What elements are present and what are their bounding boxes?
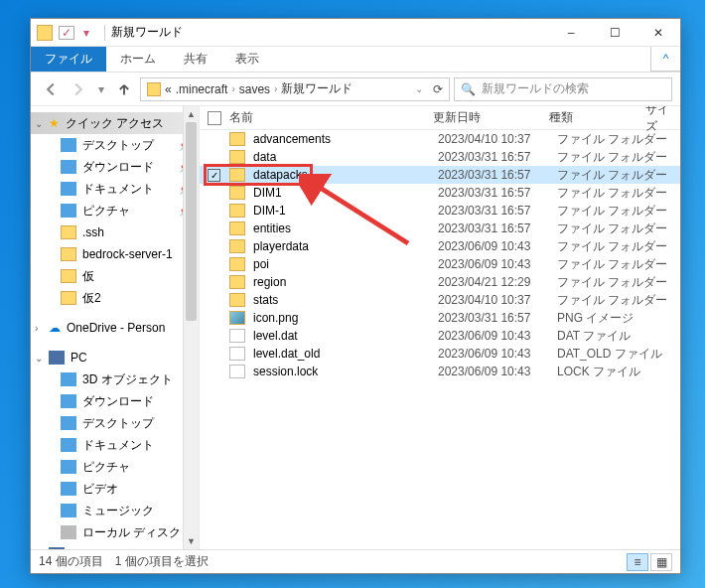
breadcrumb[interactable]: saves (239, 82, 270, 96)
sidebar-item[interactable]: ドキュメント (31, 434, 199, 456)
titlebar[interactable]: ✓ ▾ 新規ワールド – ☐ ✕ (31, 19, 680, 47)
chevron-right-icon[interactable]: › (274, 83, 277, 94)
sidebar-item-label: 3D オブジェクト (82, 371, 173, 388)
sidebar-item[interactable]: ピクチャ📌 (31, 200, 199, 221)
sidebar-item-label: ダウンロード (82, 393, 154, 410)
file-type: DAT ファイル (557, 328, 676, 345)
sidebar-item[interactable]: ⌄★クイック アクセス (31, 112, 199, 134)
file-date: 2023/03/31 16:57 (438, 311, 557, 325)
sidebar-item[interactable]: ダウンロード📌 (31, 156, 199, 178)
sidebar-item-label: bedrock-server-1 (82, 247, 173, 261)
sidebar-item[interactable]: ›ネットワーク (31, 543, 199, 549)
file-row[interactable]: stats2023/04/10 10:37ファイル フォルダー (200, 291, 680, 309)
column-date[interactable]: 更新日時 (433, 109, 549, 126)
sidebar-item[interactable]: 3D オブジェクト (31, 368, 199, 390)
tab-share[interactable]: 共有 (170, 47, 221, 72)
file-row[interactable]: data2023/03/31 16:57ファイル フォルダー (200, 148, 680, 166)
file-pane: 名前 更新日時 種類 サイズ advancements2023/04/10 10… (200, 106, 680, 549)
sidebar-item[interactable]: ミュージック (31, 500, 199, 521)
sidebar-item-label: ダウンロード (82, 159, 154, 176)
sidebar-item-label: ミュージック (82, 503, 154, 519)
sidebar-item[interactable]: ›☁OneDrive - Person (31, 317, 199, 339)
breadcrumb[interactable]: « (165, 82, 172, 96)
file-row[interactable]: session.lock2023/06/09 10:43LOCK ファイル (200, 363, 680, 380)
file-row[interactable]: level.dat_old2023/06/09 10:43DAT_OLD ファイ… (200, 345, 680, 363)
file-row[interactable]: DIM12023/03/31 16:57ファイル フォルダー (200, 184, 680, 202)
file-row[interactable]: region2023/04/21 12:29ファイル フォルダー (200, 273, 680, 291)
sidebar-item[interactable]: デスクトップ (31, 412, 199, 434)
pc-icon (49, 547, 65, 549)
file-row[interactable]: icon.png2023/03/31 16:57PNG イメージ (200, 309, 680, 327)
minimize-button[interactable]: – (549, 19, 593, 47)
column-name[interactable]: 名前 (229, 109, 434, 126)
file-row[interactable]: DIM-12023/03/31 16:57ファイル フォルダー (200, 202, 680, 220)
nav-forward-button[interactable] (67, 77, 90, 101)
file-row[interactable]: advancements2023/04/10 10:37ファイル フォルダー (200, 130, 680, 148)
sidebar-scrollbar[interactable]: ▲ ▼ (183, 106, 199, 549)
sidebar-item[interactable]: ビデオ (31, 478, 199, 500)
tab-file[interactable]: ファイル (31, 47, 106, 72)
file-row[interactable]: poi2023/06/09 10:43ファイル フォルダー (200, 255, 680, 273)
file-name: datapacks (253, 168, 438, 182)
maximize-button[interactable]: ☐ (593, 19, 636, 47)
breadcrumb[interactable]: 新規ワールド (281, 80, 352, 97)
select-all-checkbox[interactable] (208, 111, 221, 125)
details-view-button[interactable]: ≡ (627, 553, 648, 571)
blue-icon (61, 372, 76, 386)
breadcrumb[interactable]: .minecraft (176, 82, 228, 96)
tab-home[interactable]: ホーム (106, 47, 170, 72)
tab-view[interactable]: 表示 (221, 47, 273, 72)
file-date: 2023/04/10 10:37 (438, 293, 557, 307)
folder-icon (229, 168, 245, 182)
sidebar-item-label: ローカル ディスク (C (82, 524, 197, 541)
nav-up-button[interactable] (112, 77, 136, 101)
blue-icon (61, 160, 76, 174)
file-row[interactable]: entities2023/03/31 16:57ファイル フォルダー (200, 220, 680, 237)
scroll-thumb[interactable] (186, 122, 197, 321)
folder-icon (229, 275, 245, 289)
search-input[interactable]: 🔍 新規ワールドの検索 (454, 77, 672, 101)
qat-checkbox-icon[interactable]: ✓ (59, 26, 74, 40)
close-button[interactable]: ✕ (636, 19, 680, 47)
row-checkbox[interactable]: ✓ (208, 169, 220, 182)
qat-dropdown-icon[interactable]: ▾ (78, 26, 94, 40)
sidebar-item[interactable]: ドキュメント📌 (31, 178, 199, 200)
file-icon (229, 365, 245, 378)
file-name: icon.png (253, 311, 438, 325)
address-bar[interactable]: « .minecraft › saves › 新規ワールド ⌄ ⟳ (140, 77, 450, 101)
nav-sidebar[interactable]: ⌄★クイック アクセスデスクトップ📌ダウンロード📌ドキュメント📌ピクチャ📌.ss… (31, 106, 200, 549)
sidebar-item[interactable]: 仮 (31, 265, 199, 287)
file-name: poi (253, 257, 438, 271)
file-list[interactable]: advancements2023/04/10 10:37ファイル フォルダーda… (200, 130, 680, 549)
file-type: ファイル フォルダー (557, 256, 676, 273)
sidebar-item[interactable]: デスクトップ📌 (31, 134, 199, 156)
sidebar-item[interactable]: 仮2 (31, 287, 199, 309)
scroll-down-arrow[interactable]: ▼ (184, 533, 199, 549)
sidebar-item[interactable]: .ssh (31, 221, 199, 243)
file-date: 2023/03/31 16:57 (438, 186, 557, 200)
file-name: region (253, 275, 438, 289)
nav-recent-dropdown[interactable]: ▾ (94, 77, 108, 101)
column-type[interactable]: 種類 (549, 109, 645, 126)
sidebar-item[interactable]: ダウンロード (31, 390, 199, 412)
ribbon-expand-button[interactable]: ^ (650, 47, 680, 72)
sidebar-item[interactable]: ⌄PC (31, 347, 199, 368)
thumbnails-view-button[interactable]: ▦ (650, 553, 672, 571)
scroll-up-arrow[interactable]: ▲ (184, 106, 199, 122)
address-dropdown-icon[interactable]: ⌄ (415, 83, 423, 94)
refresh-button[interactable]: ⟳ (433, 82, 443, 96)
file-date: 2023/06/09 10:43 (438, 257, 557, 271)
sidebar-item-label: PC (70, 351, 87, 365)
sidebar-item[interactable]: ピクチャ (31, 456, 199, 478)
blue-icon (61, 138, 76, 152)
sidebar-item[interactable]: bedrock-server-1 (31, 243, 199, 265)
file-row[interactable]: playerdata2023/06/09 10:43ファイル フォルダー (200, 237, 680, 255)
chevron-right-icon[interactable]: › (231, 83, 234, 94)
file-type: ファイル フォルダー (557, 185, 676, 202)
sidebar-item[interactable]: ローカル ディスク (C (31, 521, 199, 543)
fi-icon (61, 225, 76, 239)
file-row[interactable]: ✓datapacks2023/03/31 16:57ファイル フォルダー (200, 166, 680, 184)
nav-back-button[interactable] (39, 77, 63, 101)
file-row[interactable]: level.dat2023/06/09 10:43DAT ファイル (200, 327, 680, 345)
file-date: 2023/04/21 12:29 (438, 275, 557, 289)
